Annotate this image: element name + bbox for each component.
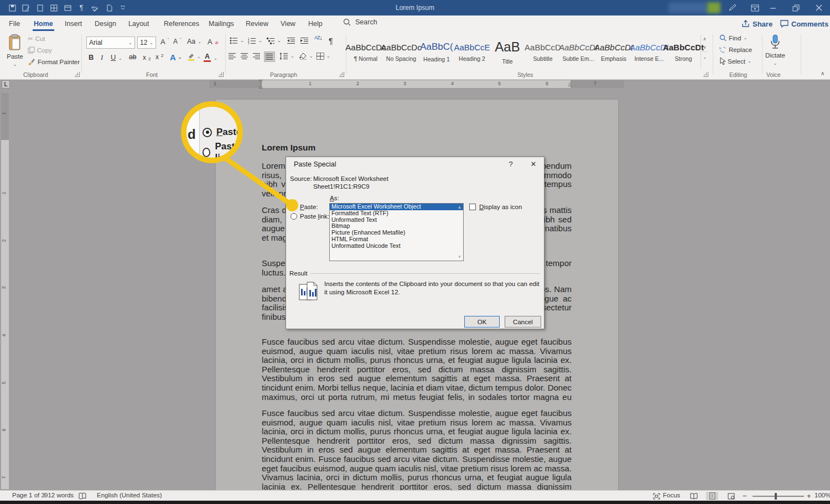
font-size-combo[interactable]: 12⌄ <box>137 37 156 49</box>
tab-home[interactable]: Home <box>32 15 55 32</box>
paste-radio[interactable]: Paste: <box>290 204 318 210</box>
style-strong[interactable]: AaBbCcDt Strong <box>666 34 701 70</box>
text-effects-button[interactable]: A⌄ <box>170 53 182 62</box>
save-as-icon[interactable] <box>22 3 30 12</box>
focus-mode-label[interactable]: Focus <box>663 492 680 498</box>
sort-button[interactable]: AZ↓ <box>314 36 323 40</box>
listbox-option-selected[interactable]: Microsoft Excel Worksheet Object <box>330 204 463 210</box>
language-indicator[interactable]: English (United States) <box>97 492 162 498</box>
font-color-button[interactable]: A <box>204 53 211 62</box>
change-case-button[interactable]: Aa⌄ <box>187 38 201 45</box>
paragraph-dialog-launcher-icon[interactable] <box>339 72 344 77</box>
scroll-down-icon[interactable]: ▼ <box>456 254 463 260</box>
new-document-icon[interactable] <box>35 3 44 12</box>
cut-button[interactable]: ✂ Cut <box>28 35 45 43</box>
show-formatting-marks-button[interactable]: ¶ <box>329 37 333 45</box>
style-title[interactable]: AaB Title <box>490 34 525 70</box>
styles-gallery-more-icon[interactable]: ⌄ <box>701 51 708 63</box>
styles-dialog-launcher-icon[interactable] <box>703 72 708 77</box>
paste-button[interactable]: Paste ⌄ <box>6 34 24 67</box>
word-count[interactable]: 912 words <box>44 492 74 498</box>
tab-review[interactable]: Review <box>243 15 271 32</box>
shading-button[interactable]: ⌄ <box>299 53 313 60</box>
styles-scroll-down-icon[interactable]: ∨ <box>701 43 708 51</box>
document-icon[interactable] <box>105 3 113 12</box>
listbox-option[interactable]: Bitmap <box>330 223 463 230</box>
tab-layout[interactable]: Layout <box>126 15 152 32</box>
dialog-help-button[interactable]: ? <box>506 160 515 168</box>
listbox-scrollbar[interactable]: ▲ ▼ <box>456 204 463 261</box>
subscript-button[interactable]: x2 <box>143 53 151 61</box>
listbox-option[interactable]: Unformatted Text <box>330 217 463 224</box>
listbox-option[interactable]: Formatted Text (RTF) <box>330 210 463 217</box>
table-icon[interactable] <box>49 3 58 12</box>
close-button[interactable] <box>808 0 830 15</box>
zoom-percentage[interactable]: 100% <box>815 492 830 498</box>
bold-button[interactable]: B <box>89 53 94 61</box>
tab-insert[interactable]: Insert <box>63 15 84 32</box>
style-subtle-emphasis[interactable]: AaBbCcDt Subtle Em... <box>561 34 595 70</box>
replace-button[interactable]: bc Replace <box>719 46 752 53</box>
bullets-button[interactable]: ⌄ <box>230 37 244 44</box>
style-no-spacing[interactable]: AaBbCcDc No Spacing <box>384 34 418 70</box>
tab-file[interactable]: File <box>7 15 22 32</box>
highlight-color-button[interactable]: ⌄ <box>187 53 201 61</box>
decrease-indent-button[interactable] <box>287 37 295 44</box>
display-as-icon-checkbox[interactable]: Display as icon <box>469 204 522 210</box>
tab-mailings[interactable]: Mailings <box>206 15 236 32</box>
underline-chevron-icon[interactable]: ⌄ <box>118 56 122 61</box>
zoom-out-button[interactable]: − <box>743 492 747 500</box>
style-heading-2[interactable]: AaBbCcE Heading 2 <box>455 34 489 70</box>
customize-qat-chevron-icon[interactable] <box>118 3 127 12</box>
tab-references[interactable]: References <box>162 15 201 32</box>
zoom-slider-thumb[interactable] <box>775 493 777 500</box>
shrink-font-button[interactable]: Aˇ <box>173 38 181 45</box>
listbox-option[interactable]: HTML Format <box>330 236 463 243</box>
hanging-indent-marker[interactable]: △ <box>259 84 263 89</box>
dictate-chevron-icon[interactable]: ⌄ <box>774 61 777 66</box>
scroll-up-icon[interactable]: ▲ <box>456 204 463 210</box>
underline-button[interactable]: U <box>111 53 116 61</box>
dialog-close-button[interactable]: ✕ <box>528 160 538 168</box>
style-emphasis[interactable]: AaBbCcDt Emphasis <box>596 34 631 70</box>
multilevel-list-button[interactable]: ⌄ <box>267 37 281 44</box>
page-indicator[interactable]: Page 1 of 3 <box>12 492 45 498</box>
tab-help[interactable]: Help <box>306 15 325 32</box>
increase-indent-button[interactable] <box>300 37 309 44</box>
align-right-button[interactable] <box>253 53 261 60</box>
print-layout-icon[interactable] <box>706 492 718 500</box>
horizontal-ruler[interactable]: 1 1 2 3 4 5 6 7 ▽ △ △ <box>209 80 624 88</box>
style-intense-emphasis[interactable]: AaBbCcDt Intense E... <box>632 34 666 70</box>
find-button[interactable]: Find⌄ <box>719 34 747 41</box>
ribbon-display-options-icon[interactable] <box>746 0 764 15</box>
superscript-button[interactable]: x2 <box>155 53 163 61</box>
collapse-ribbon-chevron-icon[interactable]: ∧ <box>821 70 824 76</box>
zoom-slider-track[interactable] <box>753 496 804 497</box>
tab-view[interactable]: View <box>278 15 298 32</box>
font-family-combo[interactable]: Arial⌄ <box>86 37 135 49</box>
zoom-in-button[interactable]: + <box>807 492 811 500</box>
dictate-button[interactable]: Dictate ⌄ <box>764 34 787 66</box>
align-center-button[interactable] <box>241 53 248 60</box>
clear-formatting-button[interactable]: A <box>208 38 219 46</box>
font-dialog-launcher-icon[interactable] <box>219 72 224 77</box>
format-painter-button[interactable]: Format Painter <box>28 58 80 65</box>
grow-font-button[interactable]: Aˆ <box>160 38 169 46</box>
style-subtitle[interactable]: AaBbCcD Subtitle <box>526 34 560 70</box>
tab-stop-selector[interactable]: L <box>2 80 10 89</box>
web-layout-icon[interactable] <box>725 492 737 500</box>
proofing-status-icon[interactable] <box>76 492 89 500</box>
comments-button[interactable]: Comments <box>780 17 828 30</box>
envelope-icon[interactable] <box>63 3 72 12</box>
spelling-check-icon[interactable]: abc <box>91 3 100 12</box>
read-mode-icon[interactable] <box>688 492 700 500</box>
borders-button[interactable]: ⌄ <box>317 53 330 60</box>
style-heading-1[interactable]: AaBbC( Heading 1 <box>419 34 454 70</box>
save-icon[interactable] <box>8 3 17 12</box>
italic-button[interactable]: I <box>101 53 103 62</box>
styles-scroll-up-icon[interactable]: ∧ <box>701 35 708 43</box>
pilcrow-icon[interactable]: ¶ <box>77 3 86 12</box>
clipboard-dialog-launcher-icon[interactable] <box>75 72 80 77</box>
search-control[interactable]: Search <box>343 18 377 26</box>
align-left-button[interactable] <box>229 53 236 60</box>
